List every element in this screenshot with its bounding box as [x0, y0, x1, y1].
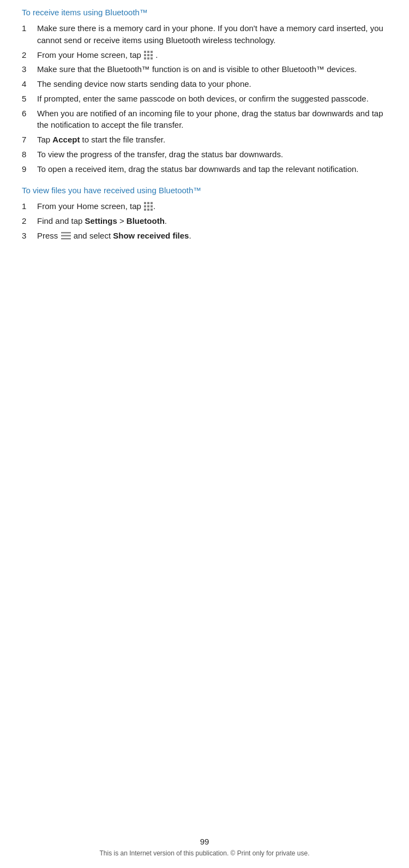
list-item: 8 To view the progress of the transfer, …	[22, 148, 387, 160]
item-text: Tap Accept to start the file transfer.	[37, 134, 387, 146]
section1-heading: To receive items using Bluetooth™	[22, 8, 387, 17]
list-item: 7 Tap Accept to start the file transfer.	[22, 134, 387, 146]
svg-rect-5	[151, 54, 153, 56]
footer-note: This is an Internet version of this publ…	[0, 849, 409, 857]
list-item: 4 The sending device now starts sending …	[22, 78, 387, 90]
svg-rect-1	[147, 51, 149, 53]
svg-rect-13	[147, 205, 149, 207]
item-number: 5	[22, 93, 37, 105]
item-number: 3	[22, 63, 37, 75]
svg-rect-3	[144, 54, 146, 56]
svg-rect-8	[151, 57, 153, 60]
item-text: Make sure that the Bluetooth™ function i…	[37, 63, 387, 75]
item-number: 2	[22, 215, 37, 227]
svg-rect-18	[61, 232, 71, 234]
svg-rect-14	[151, 205, 153, 207]
section1-list: 1 Make sure there is a memory card in yo…	[22, 22, 387, 175]
bold-word2: Bluetooth	[127, 216, 165, 225]
list-item: 3 Make sure that the Bluetooth™ function…	[22, 63, 387, 75]
item-number: 1	[22, 22, 37, 46]
item-number: 1	[22, 200, 37, 212]
list-item: 2 From your Home screen, tap .	[22, 49, 387, 61]
item-number: 2	[22, 49, 37, 61]
list-item: 3 Press and select Show received files.	[22, 230, 387, 242]
item-text: Make sure there is a memory card in your…	[37, 22, 387, 46]
item-number: 4	[22, 78, 37, 90]
list-item: 1 Make sure there is a memory card in yo…	[22, 22, 387, 46]
grid-icon	[144, 51, 153, 60]
item-text: Press and select Show received files.	[37, 230, 387, 242]
page-content: To receive items using Bluetooth™ 1 Make…	[0, 0, 409, 295]
svg-rect-0	[144, 51, 146, 53]
svg-rect-16	[147, 209, 149, 211]
list-item: 9 To open a received item, drag the stat…	[22, 163, 387, 175]
grid-icon	[144, 202, 153, 211]
bold-word: Accept	[52, 135, 80, 144]
svg-rect-15	[144, 209, 146, 211]
item-text: If prompted, enter the same passcode on …	[37, 93, 387, 105]
svg-rect-7	[147, 57, 149, 60]
svg-rect-10	[147, 202, 149, 204]
item-number: 3	[22, 230, 37, 242]
bold-phrase: Show received files	[113, 231, 189, 240]
svg-rect-6	[144, 57, 146, 60]
item-text: To view the progress of the transfer, dr…	[37, 148, 387, 160]
item-number: 9	[22, 163, 37, 175]
item-number: 8	[22, 148, 37, 160]
section2-list: 1 From your Home screen, tap . 2 Find an…	[22, 200, 387, 241]
item-text: The sending device now starts sending da…	[37, 78, 387, 90]
item-text: When you are notified of an incoming fil…	[37, 108, 387, 132]
page-number: 99	[0, 837, 409, 846]
bold-word: Settings	[85, 216, 117, 225]
svg-rect-20	[61, 238, 71, 240]
list-item: 5 If prompted, enter the same passcode o…	[22, 93, 387, 105]
list-item: 6 When you are notified of an incoming f…	[22, 108, 387, 132]
item-number: 7	[22, 134, 37, 146]
item-number: 6	[22, 108, 37, 132]
svg-rect-12	[144, 205, 146, 207]
svg-rect-4	[147, 54, 149, 56]
menu-icon	[61, 232, 71, 240]
list-item: 1 From your Home screen, tap .	[22, 200, 387, 212]
list-item: 2 Find and tap Settings > Bluetooth.	[22, 215, 387, 227]
item-text: To open a received item, drag the status…	[37, 163, 387, 175]
svg-rect-2	[151, 51, 153, 53]
item-text: From your Home screen, tap .	[37, 200, 387, 212]
item-text: From your Home screen, tap .	[37, 49, 387, 61]
svg-rect-19	[61, 235, 71, 236]
page-footer: 99 This is an Internet version of this p…	[0, 837, 409, 857]
svg-rect-11	[151, 202, 153, 204]
svg-rect-17	[151, 209, 153, 211]
section2-heading: To view files you have received using Bl…	[22, 186, 387, 195]
item-text: Find and tap Settings > Bluetooth.	[37, 215, 387, 227]
svg-rect-9	[144, 202, 146, 204]
